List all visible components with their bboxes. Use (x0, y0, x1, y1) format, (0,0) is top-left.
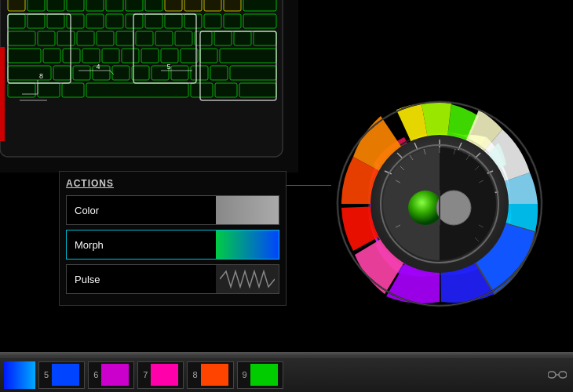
svg-rect-14 (8, 14, 25, 28)
action-label-color: Color (67, 205, 216, 216)
actions-title: ACTIONS (66, 178, 279, 189)
preview-pulse-wave (216, 265, 279, 293)
action-preview-morph (216, 230, 279, 259)
zone-tab-indicator[interactable] (4, 361, 35, 389)
svg-rect-55 (112, 66, 130, 80)
svg-rect-60 (210, 66, 228, 80)
svg-rect-58 (171, 66, 188, 80)
svg-rect-7 (126, 0, 143, 11)
svg-rect-56 (132, 66, 149, 80)
svg-rect-27 (8, 31, 35, 45)
svg-rect-44 (102, 49, 119, 63)
svg-rect-2 (27, 0, 45, 11)
svg-rect-28 (38, 31, 55, 45)
svg-rect-64 (62, 83, 84, 97)
svg-rect-59 (191, 66, 208, 80)
zone-tab-7-number: 7 (143, 370, 148, 379)
svg-rect-23 (184, 14, 202, 28)
svg-rect-51 (8, 66, 51, 80)
svg-rect-24 (204, 14, 221, 28)
svg-rect-42 (63, 49, 80, 63)
svg-rect-11 (204, 0, 221, 11)
svg-rect-45 (122, 49, 139, 63)
action-row-pulse[interactable]: Pulse (66, 264, 279, 294)
zone-tab-7[interactable]: 7 (137, 361, 184, 389)
zone-tab-8[interactable]: 8 (187, 361, 233, 389)
svg-rect-35 (175, 31, 192, 45)
keyboard-svg: 4 5 6 8 (0, 0, 298, 172)
zone-tab-6-number: 6 (93, 370, 98, 379)
svg-rect-5 (86, 0, 104, 11)
svg-rect-52 (53, 66, 71, 80)
svg-rect-8 (145, 0, 162, 11)
svg-rect-41 (43, 49, 60, 63)
svg-rect-68 (239, 83, 276, 97)
svg-rect-62 (8, 83, 35, 97)
action-label-pulse: Pulse (67, 274, 216, 285)
svg-rect-39 (254, 31, 276, 45)
svg-rect-9 (165, 0, 182, 11)
zone-tab-8-number: 8 (192, 370, 197, 379)
svg-rect-33 (136, 31, 153, 45)
svg-rect-65 (86, 83, 188, 97)
svg-rect-10 (184, 0, 202, 11)
svg-rect-40 (8, 49, 41, 63)
svg-rect-49 (200, 49, 217, 63)
svg-rect-37 (214, 31, 232, 45)
color-wheel-svg[interactable] (330, 94, 549, 314)
svg-rect-63 (38, 83, 60, 97)
svg-text:8: 8 (39, 72, 43, 80)
zone-tab-5-number: 5 (44, 370, 49, 379)
svg-rect-50 (220, 49, 276, 63)
svg-rect-32 (116, 31, 133, 45)
zone-tab-6-color (101, 364, 129, 386)
svg-rect-22 (165, 14, 182, 28)
zone-highlight-red (0, 47, 5, 141)
action-row-morph[interactable]: Morph (66, 230, 279, 260)
svg-rect-21 (145, 14, 162, 28)
svg-rect-38 (234, 31, 251, 45)
zone-tab-9-color (250, 364, 278, 386)
svg-rect-46 (141, 49, 159, 63)
zone-tab-5[interactable]: 5 (38, 361, 85, 389)
zone-tab-7-color (151, 364, 178, 386)
zone-tab-9[interactable]: 9 (237, 361, 283, 389)
connector-line (284, 185, 331, 186)
zone-tab-9-number: 9 (243, 370, 247, 379)
svg-rect-31 (97, 31, 114, 45)
svg-rect-19 (106, 14, 123, 28)
svg-rect-12 (224, 0, 241, 11)
svg-rect-1 (8, 0, 25, 11)
svg-rect-30 (77, 31, 94, 45)
action-preview-pulse (216, 265, 279, 293)
svg-rect-53 (73, 66, 90, 80)
svg-rect-4 (67, 0, 84, 11)
svg-text:4: 4 (96, 63, 100, 71)
svg-rect-47 (161, 49, 178, 63)
svg-text:5: 5 (166, 63, 170, 71)
svg-rect-114 (559, 372, 567, 378)
link-icon[interactable] (548, 369, 567, 383)
preview-morph-gradient (216, 230, 279, 259)
svg-rect-61 (230, 66, 276, 80)
svg-rect-6 (106, 0, 123, 11)
svg-rect-20 (126, 14, 143, 28)
actions-panel: ACTIONS Color Morph Pulse (59, 171, 286, 306)
svg-rect-13 (243, 0, 276, 11)
svg-rect-26 (243, 14, 276, 28)
svg-rect-16 (47, 14, 64, 28)
zone-tab-6[interactable]: 6 (88, 361, 134, 389)
svg-rect-29 (57, 31, 75, 45)
bottom-bar: 5 6 7 8 9 (0, 357, 573, 392)
zone-tab-5-color (52, 364, 79, 386)
action-row-color[interactable]: Color (66, 195, 279, 225)
svg-rect-17 (67, 14, 84, 28)
svg-rect-18 (86, 14, 104, 28)
color-wheel-container[interactable] (330, 94, 549, 314)
svg-rect-66 (191, 83, 213, 97)
svg-rect-43 (82, 49, 100, 63)
action-preview-color (216, 196, 279, 224)
svg-rect-34 (155, 31, 173, 45)
preview-color-gradient (216, 196, 279, 224)
keyboard-area: 4 5 6 8 (0, 0, 298, 172)
